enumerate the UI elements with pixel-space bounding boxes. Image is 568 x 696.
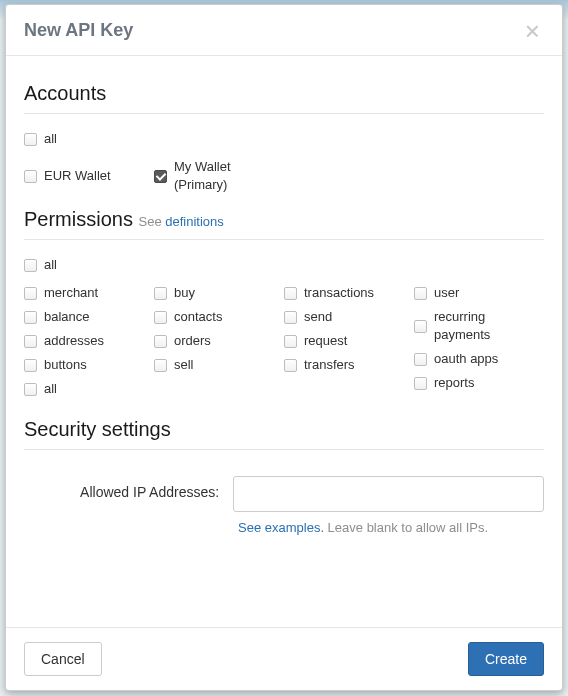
accounts-item-checkbox[interactable] bbox=[24, 170, 37, 183]
permission-checkbox[interactable] bbox=[414, 320, 427, 333]
permission-item[interactable]: transactions bbox=[284, 284, 414, 302]
permission-checkbox[interactable] bbox=[154, 335, 167, 348]
modal-body: Accounts all EUR WalletMy Wallet (Primar… bbox=[6, 56, 562, 627]
accounts-all-label: all bbox=[44, 130, 57, 148]
permissions-all-label: all bbox=[44, 256, 57, 274]
permission-item[interactable]: buttons bbox=[24, 356, 154, 374]
accounts-divider bbox=[24, 113, 544, 114]
permission-label: orders bbox=[174, 332, 211, 350]
cancel-button[interactable]: Cancel bbox=[24, 642, 102, 676]
create-button[interactable]: Create bbox=[468, 642, 544, 676]
permission-checkbox[interactable] bbox=[24, 335, 37, 348]
permission-checkbox[interactable] bbox=[24, 359, 37, 372]
allowed-ip-help: See examples. Leave blank to allow all I… bbox=[238, 520, 544, 535]
see-examples-link[interactable]: See examples. bbox=[238, 520, 324, 535]
permission-checkbox[interactable] bbox=[24, 311, 37, 324]
permission-checkbox[interactable] bbox=[284, 335, 297, 348]
accounts-list: EUR WalletMy Wallet (Primary) bbox=[24, 158, 544, 194]
close-button[interactable]: × bbox=[521, 21, 544, 41]
modal-footer: Cancel Create bbox=[6, 627, 562, 690]
permission-item[interactable]: transfers bbox=[284, 356, 414, 374]
permission-label: user bbox=[434, 284, 459, 302]
permission-label: contacts bbox=[174, 308, 222, 326]
permission-item[interactable]: contacts bbox=[154, 308, 284, 326]
permission-item[interactable]: sell bbox=[154, 356, 284, 374]
permission-item[interactable]: all bbox=[24, 380, 154, 398]
modal-title: New API Key bbox=[24, 20, 133, 41]
permission-checkbox[interactable] bbox=[284, 287, 297, 300]
permission-item[interactable]: request bbox=[284, 332, 414, 350]
permission-item[interactable]: balance bbox=[24, 308, 154, 326]
allowed-ip-label: Allowed IP Addresses: bbox=[24, 476, 219, 500]
allowed-ip-input[interactable] bbox=[233, 476, 544, 512]
security-heading: Security settings bbox=[24, 418, 544, 441]
permission-label: send bbox=[304, 308, 332, 326]
permissions-all-checkbox[interactable] bbox=[24, 259, 37, 272]
permission-label: oauth apps bbox=[434, 350, 498, 368]
permissions-column: merchantbalanceaddressesbuttonsall bbox=[24, 284, 154, 398]
permission-label: balance bbox=[44, 308, 90, 326]
permissions-all-item[interactable]: all bbox=[24, 256, 544, 274]
permission-label: recurring payments bbox=[434, 308, 544, 344]
permission-label: transfers bbox=[304, 356, 355, 374]
definitions-link[interactable]: definitions bbox=[165, 214, 224, 229]
accounts-item-label: EUR Wallet bbox=[44, 167, 111, 185]
accounts-heading: Accounts bbox=[24, 82, 544, 105]
accounts-all-item[interactable]: all bbox=[24, 130, 544, 148]
permission-checkbox[interactable] bbox=[154, 287, 167, 300]
permissions-column: buycontactsorderssell bbox=[154, 284, 284, 398]
accounts-item-checkbox[interactable] bbox=[154, 170, 167, 183]
accounts-item-label: My Wallet (Primary) bbox=[174, 158, 284, 194]
new-api-key-modal: New API Key × Accounts all EUR WalletMy … bbox=[5, 4, 563, 691]
permission-label: request bbox=[304, 332, 347, 350]
security-divider bbox=[24, 449, 544, 450]
permissions-column: userrecurring paymentsoauth appsreports bbox=[414, 284, 544, 398]
permissions-divider bbox=[24, 239, 544, 240]
permission-checkbox[interactable] bbox=[284, 359, 297, 372]
permission-item[interactable]: addresses bbox=[24, 332, 154, 350]
permission-checkbox[interactable] bbox=[24, 287, 37, 300]
permission-item[interactable]: buy bbox=[154, 284, 284, 302]
permission-item[interactable]: send bbox=[284, 308, 414, 326]
permission-label: merchant bbox=[44, 284, 98, 302]
permissions-columns: merchantbalanceaddressesbuttonsallbuycon… bbox=[24, 284, 544, 398]
permission-item[interactable]: orders bbox=[154, 332, 284, 350]
permission-label: all bbox=[44, 380, 57, 398]
permission-item[interactable]: reports bbox=[414, 374, 544, 392]
permission-item[interactable]: recurring payments bbox=[414, 308, 544, 344]
close-icon: × bbox=[525, 16, 540, 46]
permissions-column: transactionssendrequesttransfers bbox=[284, 284, 414, 398]
permission-checkbox[interactable] bbox=[154, 311, 167, 324]
permission-label: addresses bbox=[44, 332, 104, 350]
permission-label: buy bbox=[174, 284, 195, 302]
permission-label: reports bbox=[434, 374, 474, 392]
permission-checkbox[interactable] bbox=[414, 287, 427, 300]
accounts-item[interactable]: EUR Wallet bbox=[24, 158, 154, 194]
permission-item[interactable]: oauth apps bbox=[414, 350, 544, 368]
permission-checkbox[interactable] bbox=[24, 383, 37, 396]
permission-item[interactable]: merchant bbox=[24, 284, 154, 302]
permission-checkbox[interactable] bbox=[154, 359, 167, 372]
permission-item[interactable]: user bbox=[414, 284, 544, 302]
permission-label: transactions bbox=[304, 284, 374, 302]
modal-header: New API Key × bbox=[6, 5, 562, 56]
accounts-item[interactable]: My Wallet (Primary) bbox=[154, 158, 284, 194]
permissions-heading: Permissions See definitions bbox=[24, 208, 544, 231]
permission-label: sell bbox=[174, 356, 194, 374]
permission-checkbox[interactable] bbox=[414, 377, 427, 390]
permission-checkbox[interactable] bbox=[414, 353, 427, 366]
permission-checkbox[interactable] bbox=[284, 311, 297, 324]
permission-label: buttons bbox=[44, 356, 87, 374]
accounts-all-checkbox[interactable] bbox=[24, 133, 37, 146]
